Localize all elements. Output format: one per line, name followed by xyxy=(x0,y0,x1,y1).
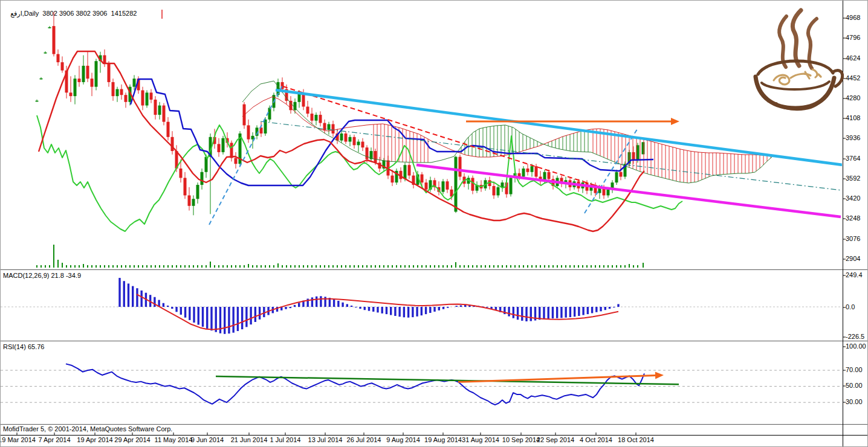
candle-up xyxy=(192,199,195,206)
candle-up xyxy=(40,79,43,80)
candle-down xyxy=(361,142,364,148)
candle-up xyxy=(48,27,51,28)
cup-inner-rim xyxy=(762,82,829,89)
candle-down xyxy=(57,54,60,63)
candle-up xyxy=(357,142,360,146)
candle-down xyxy=(218,144,221,152)
candle-up xyxy=(36,101,39,102)
candle-down xyxy=(70,92,73,96)
steam-icon xyxy=(779,16,786,67)
candle-down xyxy=(180,169,183,178)
candle-down xyxy=(184,178,187,195)
candle-down xyxy=(425,182,428,190)
price-tick-label: 3076 xyxy=(846,235,868,242)
coffee-cup-logo-icon xyxy=(752,7,844,113)
candle-down xyxy=(150,92,153,100)
candle-up xyxy=(404,165,407,179)
candle-down xyxy=(408,165,411,175)
price-tick-label: 4452 xyxy=(846,74,868,82)
candle-up xyxy=(349,137,352,142)
trend-objects xyxy=(162,10,843,225)
candle-down xyxy=(319,115,322,123)
candle-down xyxy=(171,137,174,151)
candle-up xyxy=(268,108,271,119)
candle-down xyxy=(374,151,377,162)
chart-canvas[interactable] xyxy=(1,1,868,447)
candle-down xyxy=(108,63,111,82)
candle-down xyxy=(421,175,424,183)
candle-down xyxy=(61,62,64,71)
teal-dashdot-trendline xyxy=(261,121,842,190)
candle-up xyxy=(82,66,85,82)
candle-down xyxy=(103,55,106,63)
rsi-tick-label: 100.00 xyxy=(846,342,868,350)
candle-down xyxy=(345,133,348,142)
candle-down xyxy=(548,172,551,179)
cup-body xyxy=(756,77,834,108)
chikou-span-line xyxy=(37,115,682,231)
candle-up xyxy=(642,142,645,154)
indicator-lines xyxy=(37,51,682,231)
macd-tick-label: 249.4 xyxy=(846,271,868,278)
price-tick-label: 3936 xyxy=(846,134,868,141)
candle-up xyxy=(497,187,500,196)
candle-down xyxy=(247,125,250,139)
candle-up xyxy=(146,92,149,105)
candle-up xyxy=(298,94,301,102)
candle-down xyxy=(78,79,81,82)
candle-down xyxy=(302,94,305,106)
candle-up xyxy=(95,61,98,87)
price-tick-label: 4280 xyxy=(846,94,868,101)
candle-down xyxy=(446,181,449,190)
candle-down xyxy=(620,172,623,177)
candle-down xyxy=(120,89,123,95)
price-tick-label: 3592 xyxy=(846,175,868,182)
candle-down xyxy=(230,143,233,158)
candle-up xyxy=(158,106,161,115)
calligraphy-script xyxy=(774,75,789,84)
date-tick-label[interactable]: 18 Oct 2014 xyxy=(612,436,660,443)
price-tick-label: 4968 xyxy=(846,14,868,21)
macd-tick-label: 0.0 xyxy=(846,303,868,310)
rsi-tick-label: 70.00 xyxy=(846,366,868,373)
candle-down xyxy=(53,26,56,54)
calligraphy-script xyxy=(805,69,821,79)
candle-down xyxy=(632,152,635,161)
steam-icon xyxy=(792,10,801,66)
coffee-cup-logo xyxy=(752,7,844,113)
candle-down xyxy=(306,107,309,114)
candle-down xyxy=(112,82,115,96)
candle-up xyxy=(196,185,199,199)
candle-up xyxy=(222,138,225,152)
price-tick-label: 4108 xyxy=(846,114,868,121)
candle-up xyxy=(44,53,47,54)
date-tick-label[interactable]: 9 Jun 2014 xyxy=(183,436,232,443)
candle-down xyxy=(332,124,335,133)
candle-up xyxy=(328,124,331,130)
rsi-tick-label: 30.00 xyxy=(846,398,868,405)
rsi-pane xyxy=(1,364,842,405)
candle-down xyxy=(235,158,238,164)
price-tick-label: 4624 xyxy=(846,54,868,62)
candle-down xyxy=(493,186,496,195)
trading-chart-window: ارفع,Daily 3802 3906 3802 3906 1415282 M… xyxy=(0,0,868,447)
candle-down xyxy=(125,95,128,102)
candle-up xyxy=(340,133,343,141)
candle-down xyxy=(526,169,530,172)
candle-down xyxy=(471,178,474,190)
macd-pane xyxy=(1,278,842,334)
candle-up xyxy=(522,169,525,177)
macd-tick-label: -226.5 xyxy=(846,333,868,340)
candle-up xyxy=(442,181,445,191)
candle-up xyxy=(116,89,119,97)
magenta-trendline xyxy=(416,165,841,217)
candle-down xyxy=(167,122,170,137)
candle-up xyxy=(615,172,618,182)
price-tick-label: 3420 xyxy=(846,195,868,202)
candle-down xyxy=(86,66,89,79)
candle-up xyxy=(607,190,610,196)
candle-down xyxy=(391,176,394,183)
candle-down xyxy=(459,157,462,177)
candle-up xyxy=(201,172,204,185)
candle-down xyxy=(353,137,356,146)
